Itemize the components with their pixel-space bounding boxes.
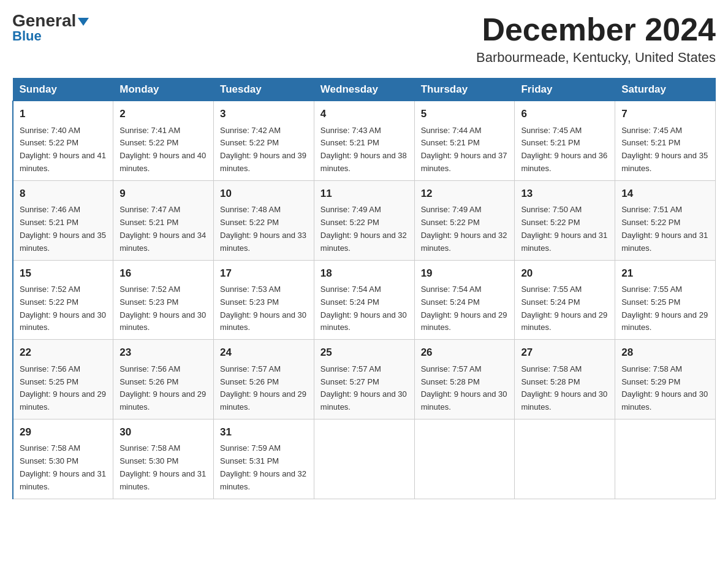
calendar-cell: 20Sunrise: 7:55 AMSunset: 5:24 PMDayligh… <box>515 260 615 340</box>
calendar-cell: 2Sunrise: 7:41 AMSunset: 5:22 PMDaylight… <box>113 101 214 181</box>
week-row-3: 15Sunrise: 7:52 AMSunset: 5:22 PMDayligh… <box>13 260 716 340</box>
day-info: Sunrise: 7:52 AMSunset: 5:23 PMDaylight:… <box>119 285 206 332</box>
day-info: Sunrise: 7:42 AMSunset: 5:22 PMDaylight:… <box>220 126 306 173</box>
day-info: Sunrise: 7:48 AMSunset: 5:22 PMDaylight:… <box>220 205 306 252</box>
week-row-1: 1Sunrise: 7:40 AMSunset: 5:22 PMDaylight… <box>13 101 716 181</box>
calendar-cell: 30Sunrise: 7:58 AMSunset: 5:30 PMDayligh… <box>113 419 214 499</box>
day-number: 30 <box>119 424 207 440</box>
calendar-cell: 24Sunrise: 7:57 AMSunset: 5:26 PMDayligh… <box>214 340 314 419</box>
day-header-friday: Friday <box>515 79 615 101</box>
day-number: 20 <box>521 266 609 282</box>
day-number: 19 <box>421 266 509 282</box>
day-info: Sunrise: 7:57 AMSunset: 5:27 PMDaylight:… <box>320 364 407 412</box>
day-info: Sunrise: 7:51 AMSunset: 5:22 PMDaylight:… <box>621 205 708 252</box>
day-number: 12 <box>421 186 509 202</box>
day-info: Sunrise: 7:43 AMSunset: 5:21 PMDaylight:… <box>320 126 407 173</box>
calendar-cell <box>515 419 615 499</box>
day-number: 2 <box>119 106 207 122</box>
calendar-cell: 26Sunrise: 7:57 AMSunset: 5:28 PMDayligh… <box>414 340 515 419</box>
week-row-4: 22Sunrise: 7:56 AMSunset: 5:25 PMDayligh… <box>13 340 716 419</box>
logo-text: General <box>12 12 89 29</box>
calendar-cell: 18Sunrise: 7:54 AMSunset: 5:24 PMDayligh… <box>314 260 414 340</box>
day-header-sunday: Sunday <box>13 79 113 101</box>
month-title: December 2024 <box>476 12 716 47</box>
location-title: Barbourmeade, Kentucky, United States <box>476 50 716 66</box>
day-info: Sunrise: 7:49 AMSunset: 5:22 PMDaylight:… <box>320 205 407 252</box>
day-info: Sunrise: 7:49 AMSunset: 5:22 PMDaylight:… <box>421 205 507 252</box>
day-info: Sunrise: 7:54 AMSunset: 5:24 PMDaylight:… <box>320 285 407 332</box>
day-number: 8 <box>20 186 107 202</box>
week-row-5: 29Sunrise: 7:58 AMSunset: 5:30 PMDayligh… <box>13 419 716 499</box>
day-info: Sunrise: 7:40 AMSunset: 5:22 PMDaylight:… <box>20 126 106 173</box>
calendar-cell: 17Sunrise: 7:53 AMSunset: 5:23 PMDayligh… <box>214 260 314 340</box>
day-info: Sunrise: 7:57 AMSunset: 5:26 PMDaylight:… <box>220 364 306 412</box>
calendar-cell: 13Sunrise: 7:50 AMSunset: 5:22 PMDayligh… <box>515 180 615 260</box>
calendar-cell: 31Sunrise: 7:59 AMSunset: 5:31 PMDayligh… <box>214 419 314 499</box>
day-number: 21 <box>621 266 709 282</box>
day-info: Sunrise: 7:47 AMSunset: 5:21 PMDaylight:… <box>119 205 206 252</box>
calendar-cell: 4Sunrise: 7:43 AMSunset: 5:21 PMDaylight… <box>314 101 414 181</box>
calendar-cell: 22Sunrise: 7:56 AMSunset: 5:25 PMDayligh… <box>13 340 113 419</box>
day-number: 4 <box>320 106 408 122</box>
day-number: 14 <box>621 186 709 202</box>
day-number: 10 <box>220 186 308 202</box>
day-info: Sunrise: 7:58 AMSunset: 5:30 PMDaylight:… <box>20 443 106 491</box>
calendar-cell: 11Sunrise: 7:49 AMSunset: 5:22 PMDayligh… <box>314 180 414 260</box>
day-header-monday: Monday <box>113 79 214 101</box>
calendar-cell: 12Sunrise: 7:49 AMSunset: 5:22 PMDayligh… <box>414 180 515 260</box>
calendar-cell: 14Sunrise: 7:51 AMSunset: 5:22 PMDayligh… <box>615 180 716 260</box>
day-number: 5 <box>421 106 509 122</box>
day-number: 22 <box>20 345 107 361</box>
day-info: Sunrise: 7:57 AMSunset: 5:28 PMDaylight:… <box>421 364 507 412</box>
day-number: 28 <box>621 345 709 361</box>
day-info: Sunrise: 7:58 AMSunset: 5:28 PMDaylight:… <box>521 364 607 412</box>
calendar-cell: 25Sunrise: 7:57 AMSunset: 5:27 PMDayligh… <box>314 340 414 419</box>
day-number: 15 <box>20 266 107 282</box>
day-number: 17 <box>220 266 308 282</box>
calendar-table: SundayMondayTuesdayWednesdayThursdayFrid… <box>12 78 716 499</box>
day-number: 27 <box>521 345 609 361</box>
day-info: Sunrise: 7:46 AMSunset: 5:21 PMDaylight:… <box>20 205 106 252</box>
day-number: 18 <box>320 266 408 282</box>
day-info: Sunrise: 7:55 AMSunset: 5:24 PMDaylight:… <box>521 285 607 332</box>
calendar-cell: 16Sunrise: 7:52 AMSunset: 5:23 PMDayligh… <box>113 260 214 340</box>
calendar-cell: 10Sunrise: 7:48 AMSunset: 5:22 PMDayligh… <box>214 180 314 260</box>
week-row-2: 8Sunrise: 7:46 AMSunset: 5:21 PMDaylight… <box>13 180 716 260</box>
calendar-cell <box>414 419 515 499</box>
calendar-cell: 15Sunrise: 7:52 AMSunset: 5:22 PMDayligh… <box>13 260 113 340</box>
day-header-thursday: Thursday <box>414 79 515 101</box>
calendar-cell: 23Sunrise: 7:56 AMSunset: 5:26 PMDayligh… <box>113 340 214 419</box>
page-header: General Blue December 2024 Barbourmeade,… <box>12 12 716 66</box>
day-number: 3 <box>220 106 308 122</box>
day-info: Sunrise: 7:54 AMSunset: 5:24 PMDaylight:… <box>421 285 507 332</box>
day-number: 25 <box>320 345 408 361</box>
calendar-cell: 9Sunrise: 7:47 AMSunset: 5:21 PMDaylight… <box>113 180 214 260</box>
calendar-header: SundayMondayTuesdayWednesdayThursdayFrid… <box>13 79 716 101</box>
day-number: 1 <box>20 106 107 122</box>
calendar-cell: 29Sunrise: 7:58 AMSunset: 5:30 PMDayligh… <box>13 419 113 499</box>
calendar-cell: 5Sunrise: 7:44 AMSunset: 5:21 PMDaylight… <box>414 101 515 181</box>
day-info: Sunrise: 7:50 AMSunset: 5:22 PMDaylight:… <box>521 205 607 252</box>
day-info: Sunrise: 7:58 AMSunset: 5:30 PMDaylight:… <box>119 443 206 491</box>
calendar-cell: 6Sunrise: 7:45 AMSunset: 5:21 PMDaylight… <box>515 101 615 181</box>
calendar-body: 1Sunrise: 7:40 AMSunset: 5:22 PMDaylight… <box>13 101 716 499</box>
day-header-wednesday: Wednesday <box>314 79 414 101</box>
day-info: Sunrise: 7:58 AMSunset: 5:29 PMDaylight:… <box>621 364 708 412</box>
day-info: Sunrise: 7:56 AMSunset: 5:25 PMDaylight:… <box>20 364 106 412</box>
day-info: Sunrise: 7:41 AMSunset: 5:22 PMDaylight:… <box>119 126 206 173</box>
day-info: Sunrise: 7:53 AMSunset: 5:23 PMDaylight:… <box>220 285 306 332</box>
day-number: 16 <box>119 266 207 282</box>
day-header-saturday: Saturday <box>615 79 716 101</box>
day-info: Sunrise: 7:45 AMSunset: 5:21 PMDaylight:… <box>521 126 607 173</box>
day-number: 23 <box>119 345 207 361</box>
day-number: 13 <box>521 186 609 202</box>
day-number: 7 <box>621 106 709 122</box>
day-info: Sunrise: 7:44 AMSunset: 5:21 PMDaylight:… <box>421 126 507 173</box>
day-number: 29 <box>20 424 107 440</box>
day-number: 24 <box>220 345 308 361</box>
calendar-cell <box>314 419 414 499</box>
day-info: Sunrise: 7:45 AMSunset: 5:21 PMDaylight:… <box>621 126 708 173</box>
calendar-cell: 8Sunrise: 7:46 AMSunset: 5:21 PMDaylight… <box>13 180 113 260</box>
title-block: December 2024 Barbourmeade, Kentucky, Un… <box>476 12 716 66</box>
day-info: Sunrise: 7:52 AMSunset: 5:22 PMDaylight:… <box>20 285 106 332</box>
